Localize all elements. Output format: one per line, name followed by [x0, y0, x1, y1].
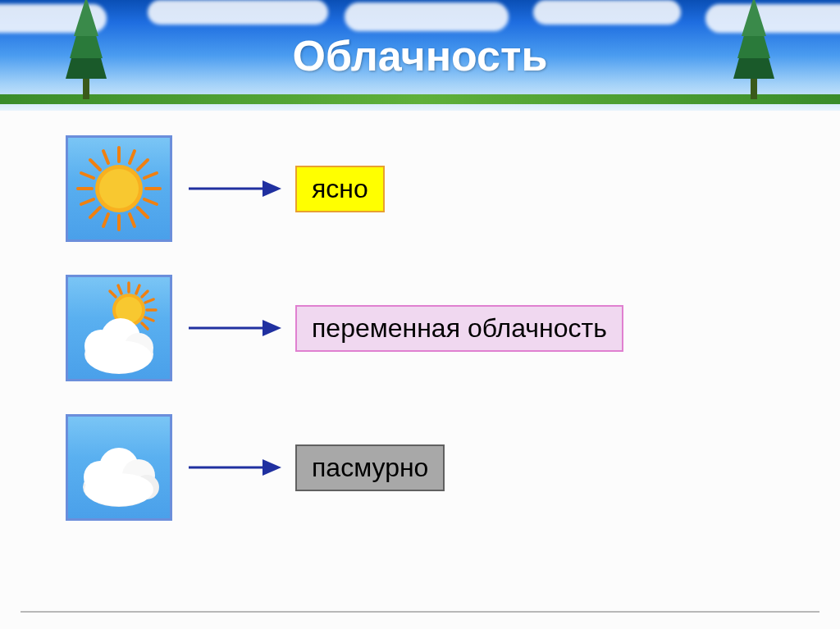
svg-line-14	[90, 207, 100, 217]
label-overcast: пасмурно	[295, 444, 445, 491]
svg-line-13	[138, 160, 148, 170]
weather-row-overcast: пасмурно	[66, 414, 791, 521]
page-title: Облачность	[293, 31, 548, 80]
svg-line-16	[103, 151, 108, 163]
cloudy-icon	[66, 414, 172, 521]
svg-line-29	[142, 291, 148, 297]
svg-point-25	[99, 169, 139, 208]
svg-marker-27	[262, 180, 281, 197]
svg-point-51	[84, 473, 153, 506]
slide-header: Облачность	[0, 0, 840, 111]
svg-line-32	[110, 291, 116, 297]
ground-decoration	[0, 94, 840, 104]
svg-line-20	[103, 214, 108, 226]
svg-marker-3	[74, 0, 98, 36]
partly-cloudy-icon	[66, 275, 172, 381]
arrow-icon	[180, 176, 287, 201]
svg-line-19	[144, 173, 157, 178]
label-partly-cloudy: переменная облачность	[295, 305, 623, 352]
svg-line-23	[144, 199, 157, 204]
sun-icon	[66, 135, 172, 242]
svg-line-35	[145, 299, 153, 303]
weather-row-clear: ясно	[66, 135, 791, 242]
svg-line-12	[90, 160, 100, 170]
svg-line-34	[136, 285, 139, 294]
svg-marker-53	[262, 459, 281, 476]
tree-icon	[721, 0, 787, 103]
svg-line-33	[118, 285, 121, 294]
svg-line-18	[81, 173, 94, 178]
svg-marker-7	[742, 0, 766, 36]
svg-line-36	[145, 317, 153, 321]
svg-line-22	[81, 199, 94, 204]
weather-row-partly-cloudy: переменная облачность	[66, 275, 791, 381]
svg-line-15	[138, 207, 148, 217]
label-clear: ясно	[295, 166, 385, 212]
footer-divider	[21, 611, 819, 613]
svg-line-31	[142, 323, 148, 329]
svg-line-17	[130, 151, 135, 163]
arrow-icon	[180, 455, 287, 480]
svg-line-21	[130, 214, 135, 226]
svg-marker-45	[262, 320, 281, 336]
tree-icon	[53, 0, 119, 103]
diagram-content: ясно	[0, 111, 840, 578]
svg-point-43	[86, 340, 152, 373]
arrow-icon	[180, 316, 287, 340]
